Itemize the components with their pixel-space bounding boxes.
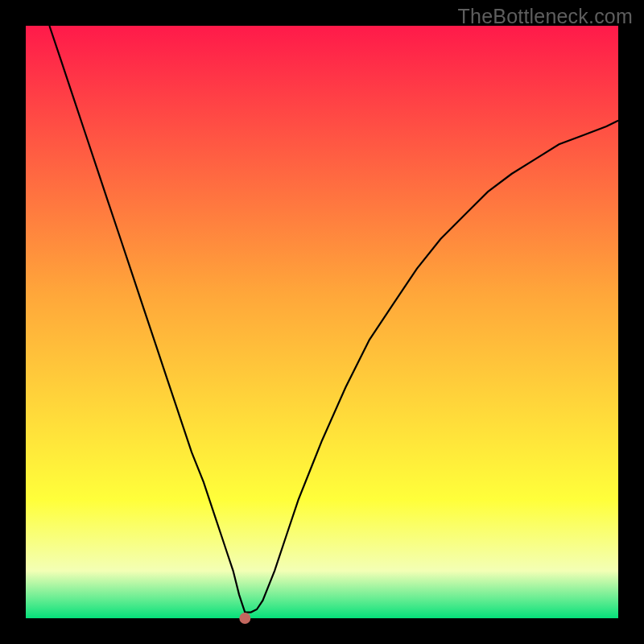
chart-plot-area xyxy=(26,26,618,618)
minimum-marker xyxy=(239,613,250,624)
bottleneck-chart: TheBottleneck.com xyxy=(0,0,644,644)
watermark-text: TheBottleneck.com xyxy=(458,5,633,28)
chart-svg xyxy=(0,0,644,644)
